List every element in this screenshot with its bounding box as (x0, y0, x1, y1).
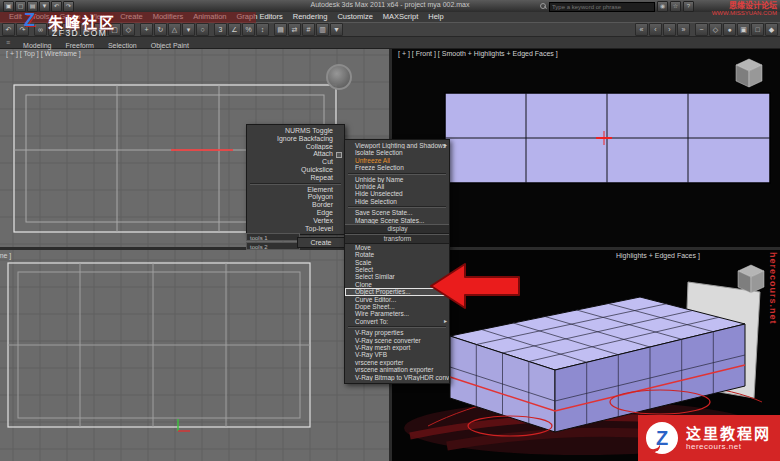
graphite-ribbon: ≡ ModelingFreeformSelectionObject Paint (0, 37, 780, 49)
context-menu-item[interactable]: Move (345, 244, 449, 251)
quad-menu-item[interactable]: Polygon (247, 193, 344, 201)
context-menu-item[interactable]: vrscene animation exporter (345, 366, 449, 373)
favorites-icon[interactable]: ☆ (670, 1, 681, 12)
quad-menu-item[interactable]: Element (247, 186, 344, 194)
quad-label-tools2[interactable]: tools 2 (246, 242, 300, 250)
context-menu-item[interactable]: Freeze Selection (345, 164, 449, 171)
menubar-item[interactable]: Customize (332, 12, 377, 22)
toolbar-icon-schematic-view[interactable]: ◇ (709, 23, 722, 36)
context-menu-item[interactable]: Viewport Lighting and Shadows (345, 142, 449, 149)
ribbon-tab[interactable]: Selection (101, 42, 144, 49)
quad-menu-item[interactable]: Cut (247, 158, 344, 166)
context-menu-item[interactable]: Unhide by Name (345, 176, 449, 183)
context-menu-item[interactable]: Save Scene State... (345, 209, 449, 216)
toolbar-icon-align[interactable]: # (302, 23, 315, 36)
viewport-left[interactable]: [ + ] [ Left ] [ Wireframe ] (0, 250, 389, 461)
quad-menu-item[interactable]: NURMS Toggle (247, 127, 344, 135)
menubar-item[interactable]: Modifiers (148, 12, 188, 22)
viewport-perspective-label[interactable]: Highlights + Edged Faces ] (616, 252, 700, 259)
quad-menu-item[interactable]: Collapse (247, 143, 344, 151)
toolbar-icon-use-pivot-point[interactable]: ○ (196, 23, 209, 36)
save-file-icon[interactable]: ▼ (39, 1, 50, 12)
quad-menu-item (250, 183, 341, 185)
toolbar-icon-rendered-frame-window[interactable]: □ (751, 23, 764, 36)
context-menu-item[interactable]: V-Ray VFB (345, 351, 449, 358)
toolbar-icon-percent-snap[interactable]: % (242, 23, 255, 36)
quad-menu-item[interactable]: Top-level (247, 225, 344, 233)
toolbar-icon (691, 24, 694, 35)
quad-menu-item[interactable]: Ignore Backfacing (247, 135, 344, 143)
search-input[interactable] (549, 2, 655, 12)
search-icon (540, 3, 547, 10)
menubar-item[interactable]: Create (115, 12, 148, 22)
context-menu-item (348, 206, 446, 208)
quad-menu-item[interactable]: Vertex (247, 217, 344, 225)
toolbar-icon-nav-forward[interactable]: › (663, 23, 676, 36)
context-menu-item[interactable]: V-Ray scene converter (345, 337, 449, 344)
menubar-item[interactable]: Help (423, 12, 448, 22)
toolbar-icon-undo[interactable]: ↶ (2, 23, 15, 36)
context-menu-item[interactable]: V-Ray mesh export (345, 344, 449, 351)
context-menu-item[interactable]: Hide Unselected (345, 190, 449, 197)
infocenter: ◉ ☆ ? (540, 1, 694, 12)
toolbar-icon (270, 24, 273, 35)
viewcube-icon (736, 59, 762, 87)
toolbar-icon-layer-manager[interactable]: ▥ (316, 23, 329, 36)
quad-menu-item[interactable]: Quickslice (247, 166, 344, 174)
toolbar-icon-graphite-ribbon-toggle[interactable]: ▼ (330, 23, 343, 36)
viewport-front-label[interactable]: [ + ] [ Front ] [ Smooth + Highlights + … (398, 50, 558, 57)
context-menu-item[interactable]: Isolate Selection (345, 149, 449, 156)
toolbar-icon-render-setup[interactable]: ▣ (737, 23, 750, 36)
menubar-item[interactable]: MAXScript (378, 12, 423, 22)
herecours-logo-letter: Z (656, 428, 668, 448)
ribbon-tab[interactable]: Object Paint (144, 42, 196, 49)
left-viewport-wireframe (0, 250, 389, 461)
menubar-item[interactable]: Graph Editors (232, 12, 288, 22)
menubar-item[interactable]: Rendering (288, 12, 333, 22)
context-menu-item[interactable]: V-Ray Bitmap to VRayHDR converter (345, 374, 449, 381)
viewport-top-label[interactable]: [ + ] [ Top ] [ Wireframe ] (6, 50, 81, 57)
quad-menu-item[interactable]: Attach (247, 150, 344, 158)
undo-icon[interactable]: ↶ (51, 1, 62, 12)
new-scene-icon[interactable]: ▢ (15, 1, 26, 12)
ribbon-tab[interactable]: Freeform (59, 42, 101, 49)
open-file-icon[interactable]: ▤ (27, 1, 38, 12)
application-menu-icon[interactable]: ▣ (3, 1, 14, 12)
toolbar-icon-mirror[interactable]: ⇄ (288, 23, 301, 36)
quad-label-tools1[interactable]: tools 1 (246, 233, 300, 241)
context-menu-item[interactable]: Unfreeze All (345, 157, 449, 164)
communication-center-icon[interactable]: ◉ (657, 1, 668, 12)
menubar-item[interactable]: Animation (188, 12, 231, 22)
redo-icon[interactable]: ↷ (63, 1, 74, 12)
red-arrow-annotation (429, 259, 521, 313)
context-menu-item[interactable]: Rotate (345, 251, 449, 258)
quad-menu-item-create[interactable]: Create (297, 237, 345, 248)
toolbar-icon-nav-back-double[interactable]: « (635, 23, 648, 36)
context-menu-item[interactable]: Hide Selection (345, 198, 449, 205)
context-menu-item[interactable]: Unhide All (345, 183, 449, 190)
toolbar-icon (210, 24, 213, 35)
toolbar-icon-snaps-toggle[interactable]: 3 (214, 23, 227, 36)
viewport-front[interactable]: [ + ] [ Front ] [ Smooth + Highlights + … (392, 48, 780, 247)
toolbar-icon-material-editor[interactable]: ● (723, 23, 736, 36)
toolbar-icon (344, 24, 634, 35)
herecours-name: 这里教程网 (686, 425, 771, 442)
toolbar-icon-nav-forward-double[interactable]: » (677, 23, 690, 36)
context-menu-item[interactable]: V-Ray properties (345, 329, 449, 336)
toolbar-icon-nav-back[interactable]: ‹ (649, 23, 662, 36)
toolbar-icon-spinner-snap[interactable]: ↕ (256, 23, 269, 36)
quad-menu-item[interactable]: Edge (247, 209, 344, 217)
quad-menu-item[interactable]: Border (247, 201, 344, 209)
context-menu-item[interactable]: Manage Scene States... (345, 217, 449, 224)
quad-menu-item[interactable]: Repeat (247, 174, 344, 182)
toolbar-icon-render-production[interactable]: ◆ (765, 23, 778, 36)
ribbon-tab[interactable]: Modeling (16, 42, 58, 49)
context-menu-item[interactable]: Convert To: (345, 318, 449, 325)
ribbon-handle-icon[interactable]: ≡ (6, 39, 10, 46)
toolbar-icon-named-selection-sets[interactable]: ▤ (274, 23, 287, 36)
toolbar-icon-curve-editor[interactable]: ~ (695, 23, 708, 36)
viewport-left-label[interactable]: [ + ] [ Left ] [ Wireframe ] (0, 252, 11, 259)
help-icon[interactable]: ? (683, 1, 694, 12)
toolbar-icon-angle-snap[interactable]: ∠ (228, 23, 241, 36)
context-menu-item[interactable]: vrscene exporter (345, 359, 449, 366)
